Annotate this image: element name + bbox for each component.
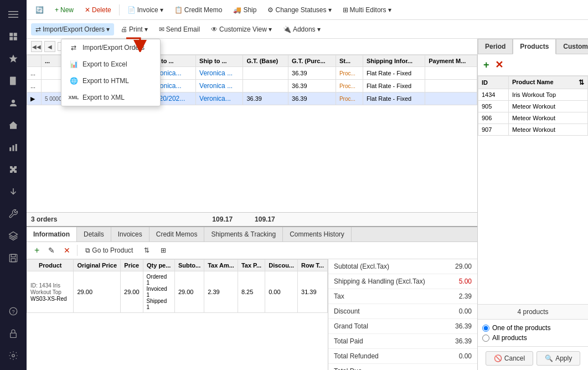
ship-icon: 🚚 xyxy=(233,6,241,14)
tab-customers[interactable]: Customers xyxy=(556,39,588,54)
col-gt-base[interactable]: G.T. (Base) xyxy=(243,55,288,67)
row-bill: Veronica... xyxy=(196,92,243,105)
sort-button[interactable]: ⇅ xyxy=(140,244,154,256)
sidebar-icon-settings[interactable] xyxy=(3,346,23,366)
addons-icon: 🔌 xyxy=(283,25,291,33)
col-qty[interactable]: Qty pe... xyxy=(143,260,174,271)
product-row[interactable]: 906 Meteor Workout xyxy=(478,112,588,124)
svg-rect-3 xyxy=(9,33,13,36)
go-to-product-button[interactable]: ⧉ Go to Product xyxy=(81,244,137,256)
new-button[interactable]: + New xyxy=(50,4,78,16)
col-discount[interactable]: Discou... xyxy=(265,260,298,271)
remove-product-button[interactable]: ✕ xyxy=(494,58,504,72)
add-product-button[interactable]: + xyxy=(482,58,491,72)
col-tax-percent[interactable]: Tax P... xyxy=(238,260,265,271)
col-price[interactable]: Price xyxy=(121,260,143,271)
sidebar-icon-lock[interactable] xyxy=(3,323,23,343)
products-count: 4 products xyxy=(478,304,588,319)
excel-icon: 📊 xyxy=(69,60,78,69)
sidebar-icon-home[interactable] xyxy=(3,115,23,135)
import-export-button[interactable]: ⇄ Import/Export Orders ▾ xyxy=(31,23,114,35)
tab-credit-memos[interactable]: Credit Memos xyxy=(149,227,205,241)
row-status: Proc... xyxy=(336,92,363,105)
total-refunded-value: 0.00 xyxy=(459,352,472,360)
col-subtotal[interactable]: Subto... xyxy=(174,260,204,271)
send-email-button[interactable]: ✉ Send Email xyxy=(154,23,204,35)
tab-shipments[interactable]: Shipments & Tracking xyxy=(204,227,283,241)
bottom-delete-button[interactable]: ✕ xyxy=(60,245,74,256)
bottom-edit-button[interactable]: ✎ xyxy=(45,245,58,256)
columns-button[interactable]: ⊞ xyxy=(156,244,171,256)
sidebar-icon-question[interactable]: ? xyxy=(3,301,23,321)
sidebar-icon-puzzle[interactable] xyxy=(3,160,23,179)
tab-invoices[interactable]: Invoices xyxy=(111,227,149,241)
row-expand[interactable]: ... xyxy=(27,80,42,92)
col-row-total[interactable]: Row T... xyxy=(298,260,328,271)
tab-information[interactable]: Information xyxy=(27,227,77,241)
sidebar-icon-star[interactable] xyxy=(3,49,23,69)
row-expand[interactable]: ... xyxy=(27,67,42,80)
dropdown-item-label-3: Export to HTML xyxy=(82,77,129,85)
first-page-button[interactable]: ◀◀ xyxy=(31,41,42,52)
invoice-button[interactable]: 📄 Invoice ▾ xyxy=(123,4,168,16)
filter-all-products[interactable]: All products xyxy=(482,334,584,342)
refresh-button[interactable]: 🔄 xyxy=(31,4,48,16)
sidebar-icon-menu[interactable] xyxy=(3,4,23,24)
filter-one-of-products[interactable]: One of the products xyxy=(482,324,584,332)
ship-button[interactable]: 🚚 Ship xyxy=(229,4,261,16)
delete-button[interactable]: ✕ Delete xyxy=(80,4,116,16)
credit-memo-button[interactable]: 📋 Credit Memo xyxy=(170,4,227,16)
apply-button[interactable]: 🔍 Apply xyxy=(537,351,580,366)
cancel-button[interactable]: 🚫 Cancel xyxy=(486,351,533,366)
product-name: ID: 1434 Iris Workout Top WS03-XS-Red xyxy=(27,271,74,313)
tab-details[interactable]: Details xyxy=(77,227,111,241)
col-product-name[interactable]: Product Name ⇅ xyxy=(508,76,587,89)
row-shipping: Flat Rate - Fixed xyxy=(363,67,425,80)
product-id: 907 xyxy=(478,124,509,136)
sidebar-icon-layers[interactable] xyxy=(3,226,23,246)
dropdown-item-export-xml[interactable]: XML Export to XML xyxy=(61,89,160,106)
change-statuses-button[interactable]: ⚙ Change Statuses ▾ xyxy=(263,4,336,16)
row-expand[interactable]: ▶ xyxy=(27,92,42,105)
col-product[interactable]: Product xyxy=(27,260,74,271)
sidebar-icon-wrench[interactable] xyxy=(3,204,23,224)
sidebar-icon-save[interactable] xyxy=(3,248,23,268)
sidebar-icon-arrow-down[interactable] xyxy=(3,182,23,202)
col-shipping[interactable]: Shipping Infor... xyxy=(363,55,425,67)
tab-comments[interactable]: Comments History xyxy=(283,227,352,241)
subtotal-detail: 29.00 xyxy=(174,271,204,313)
dropdown-item-label-4: Export to XML xyxy=(82,94,125,101)
col-gt-purch[interactable]: G.T. (Purc... xyxy=(288,55,336,67)
col-original-price[interactable]: Original Price xyxy=(74,260,121,271)
tab-products[interactable]: Products xyxy=(513,39,556,54)
orders-count: 3 orders xyxy=(31,215,57,223)
print-button[interactable]: 🖨 Print ▾ xyxy=(116,23,152,35)
product-id: 905 xyxy=(478,101,509,112)
col-payment[interactable]: Payment M... xyxy=(425,55,477,67)
col-tax-amount[interactable]: Tax Am... xyxy=(204,260,238,271)
prev-page-button[interactable]: ◀ xyxy=(44,41,55,52)
sidebar-icon-user[interactable] xyxy=(3,93,23,113)
tax-amount: 2.39 xyxy=(204,271,238,313)
sidebar-icon-chart[interactable] xyxy=(3,137,23,157)
product-row[interactable]: 907 Meteor Workout xyxy=(478,124,588,136)
sidebar-icon-dashboard[interactable] xyxy=(3,27,23,47)
col-ship[interactable]: Ship to ... xyxy=(196,55,243,67)
product-row[interactable]: 1434 Iris Workout Top xyxy=(478,89,588,101)
sidebar-icon-book[interactable] xyxy=(3,71,23,91)
tax-percent: 8.25 xyxy=(238,271,265,313)
customize-view-button[interactable]: 👁 Customize View ▾ xyxy=(207,23,276,35)
product-detail-row[interactable]: ID: 1434 Iris Workout Top WS03-XS-Red 29… xyxy=(27,271,328,313)
col-status[interactable]: St... xyxy=(336,55,363,67)
dropdown-item-export-html[interactable]: 🌐 Export to HTML xyxy=(61,73,160,89)
dropdown-item-import-export[interactable]: ⇄ Import/Export Orders xyxy=(61,39,160,56)
ship-label: Ship xyxy=(243,6,256,14)
bottom-add-button[interactable]: + xyxy=(31,244,43,256)
addons-button[interactable]: 🔌 Addons ▾ xyxy=(278,23,325,35)
col-product-id[interactable]: ID xyxy=(478,76,509,89)
product-row[interactable]: 905 Meteor Workout xyxy=(478,101,588,112)
dropdown-item-export-excel[interactable]: 📊 Export to Excel xyxy=(61,56,160,73)
multi-editors-button[interactable]: ⊞ Multi Editors ▾ xyxy=(338,4,396,16)
product-name: Meteor Workout xyxy=(508,101,587,112)
tab-period[interactable]: Period xyxy=(478,39,513,54)
